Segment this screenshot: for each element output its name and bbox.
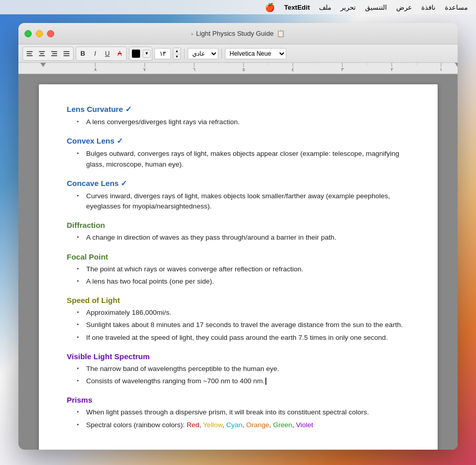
bullets-concave-lens: Curves inward, diverges rays of light, m… bbox=[77, 191, 410, 212]
maximize-button[interactable] bbox=[25, 30, 32, 37]
font-size-input[interactable] bbox=[154, 48, 171, 59]
heading-concave-lens: Concave Lens ✓ bbox=[67, 179, 410, 188]
align-left-icon bbox=[26, 50, 34, 57]
spectral-orange: Orange bbox=[246, 421, 269, 429]
toolbar-separator-2 bbox=[221, 49, 222, 59]
italic-button[interactable]: I bbox=[89, 48, 101, 59]
bullets-speed-of-light: Approximately 186,000mi/s. Sunlight take… bbox=[77, 308, 410, 343]
strikethrough-button[interactable]: A bbox=[114, 48, 125, 59]
bullets-lens-curvature: A lens converges/diverges light rays via… bbox=[77, 117, 410, 127]
document-page: Lens Curvature ✓ A lens converges/diverg… bbox=[39, 84, 438, 450]
svg-text:١: ١ bbox=[440, 67, 442, 72]
bold-button[interactable]: B bbox=[77, 48, 88, 59]
svg-text:٧: ٧ bbox=[143, 67, 146, 72]
menu-view[interactable]: عرض bbox=[396, 4, 412, 11]
bullet-item: The narrow band of wavelengths perceptib… bbox=[77, 364, 410, 374]
color-group: ▼ bbox=[129, 46, 152, 61]
menu-edit[interactable]: تحرير bbox=[341, 4, 356, 11]
window-title: › Light Physics Study Guide 📋 bbox=[191, 30, 285, 37]
bullets-focal-point: The point at which rays or waves converg… bbox=[77, 264, 410, 287]
heading-diffraction: Diffraction bbox=[67, 221, 410, 229]
minimize-button[interactable] bbox=[36, 30, 43, 37]
spectral-label: Spectral colors (rainbow colors): bbox=[86, 421, 187, 429]
traffic-lights bbox=[25, 30, 54, 37]
svg-text:٥: ٥ bbox=[242, 67, 245, 72]
paragraph-style-select[interactable]: عادي bbox=[188, 48, 218, 59]
document-icon: 📋 bbox=[277, 30, 285, 37]
ruler: ١ ٢ ٣ ٤ ٥ ٦ ٧ ٨ bbox=[18, 63, 458, 74]
menu-file[interactable]: ملف bbox=[319, 4, 331, 11]
svg-text:٦: ٦ bbox=[193, 67, 195, 72]
document-area[interactable]: Lens Curvature ✓ A lens converges/diverg… bbox=[18, 74, 458, 450]
text-color-button[interactable] bbox=[130, 48, 142, 59]
document-title: Light Physics Study Guide bbox=[196, 30, 274, 37]
menu-app[interactable]: TextEdit bbox=[284, 4, 310, 11]
bullet-item: Approximately 186,000mi/s. bbox=[77, 308, 410, 318]
bullet-item: Curves inward, diverges rays of light, m… bbox=[77, 191, 410, 212]
apple-logo-icon: 🍎 bbox=[265, 3, 275, 12]
align-right-button[interactable] bbox=[49, 48, 60, 59]
color-swatch bbox=[132, 50, 140, 58]
textedit-window: › Light Physics Study Guide 📋 bbox=[18, 23, 458, 450]
color-dropdown-button[interactable]: ▼ bbox=[143, 50, 151, 58]
bullet-item: A change in direction of waves as they p… bbox=[77, 232, 410, 243]
close-button[interactable] bbox=[47, 30, 54, 37]
justify-button[interactable] bbox=[61, 48, 72, 59]
justify-icon bbox=[62, 50, 71, 57]
alignment-group bbox=[22, 46, 74, 61]
formatting-toolbar: B I U A ▼ ▲ ▼ عادي Helvetica Neue bbox=[18, 44, 458, 63]
svg-marker-24 bbox=[40, 63, 46, 67]
svg-text:٤: ٤ bbox=[291, 67, 294, 72]
underline-button[interactable]: U bbox=[102, 48, 113, 59]
svg-text:٢: ٢ bbox=[391, 67, 393, 72]
bullet-item: Consists of wavelengths ranging from ~70… bbox=[77, 376, 410, 386]
bullet-item: Sunlight takes about 8 minutes and 17 se… bbox=[77, 320, 410, 330]
bullets-diffraction: A change in direction of waves as they p… bbox=[77, 232, 410, 243]
align-right-icon bbox=[50, 50, 58, 57]
font-size-down-button[interactable]: ▼ bbox=[173, 54, 180, 59]
font-size-stepper: ▲ ▼ bbox=[173, 48, 181, 60]
svg-text:٨: ٨ bbox=[94, 67, 97, 72]
bullet-item-spectral: Spectral colors (rainbow colors): Red, Y… bbox=[77, 420, 410, 430]
bullets-convex-lens: Bulges outward, converges rays of light,… bbox=[77, 149, 410, 170]
menu-bar: مساعدة نافذة عرض التنسيق تحرير ملف TextE… bbox=[0, 0, 476, 14]
toolbar-separator-1 bbox=[184, 49, 185, 59]
spectral-red: Red bbox=[187, 421, 199, 429]
spectral-green: Green bbox=[273, 421, 292, 429]
bullet-item: A lens has two focal points (one per sid… bbox=[77, 276, 410, 287]
bullets-visible-light-spectrum: The narrow band of wavelengths perceptib… bbox=[77, 364, 410, 387]
heading-convex-lens: Convex Lens ✓ bbox=[67, 136, 410, 146]
menu-help[interactable]: مساعدة bbox=[445, 4, 468, 11]
spectral-yellow: Yellow bbox=[203, 421, 222, 429]
menu-window[interactable]: نافذة bbox=[421, 4, 436, 11]
align-left-button[interactable] bbox=[24, 48, 35, 59]
heading-lens-curvature: Lens Curvature ✓ bbox=[67, 105, 410, 114]
title-chevron-icon: › bbox=[191, 31, 193, 37]
menu-format[interactable]: التنسيق bbox=[365, 4, 387, 11]
bullet-item: A lens converges/diverges light rays via… bbox=[77, 117, 410, 127]
bullet-item: Bulges outward, converges rays of light,… bbox=[77, 149, 410, 170]
spectral-violet: Violet bbox=[296, 421, 313, 429]
spectral-cyan: Cyan bbox=[226, 421, 242, 429]
heading-speed-of-light: Speed of Light bbox=[67, 296, 410, 305]
bullets-prisms: When light passes through a dispersive p… bbox=[77, 407, 410, 430]
heading-visible-light-spectrum: Visible Light Spectrum bbox=[67, 352, 410, 361]
bullet-item: The point at which rays or waves converg… bbox=[77, 264, 410, 274]
ruler-svg: ١ ٢ ٣ ٤ ٥ ٦ ٧ ٨ bbox=[18, 63, 458, 74]
svg-text:٣: ٣ bbox=[341, 67, 344, 72]
title-bar: › Light Physics Study Guide 📋 bbox=[18, 23, 458, 44]
heading-prisms: Prisms bbox=[67, 396, 410, 404]
align-center-button[interactable] bbox=[36, 48, 48, 59]
text-style-group: B I U A bbox=[76, 46, 127, 61]
font-name-select[interactable]: Helvetica Neue bbox=[225, 48, 286, 59]
text-cursor bbox=[265, 378, 266, 385]
font-size-up-button[interactable]: ▲ bbox=[173, 48, 180, 54]
bullet-item: If one traveled at the speed of light, t… bbox=[77, 333, 410, 343]
bullet-item: When light passes through a dispersive p… bbox=[77, 407, 410, 417]
align-center-icon bbox=[38, 50, 46, 57]
heading-focal-point: Focal Point bbox=[67, 252, 410, 261]
svg-marker-23 bbox=[455, 63, 458, 67]
